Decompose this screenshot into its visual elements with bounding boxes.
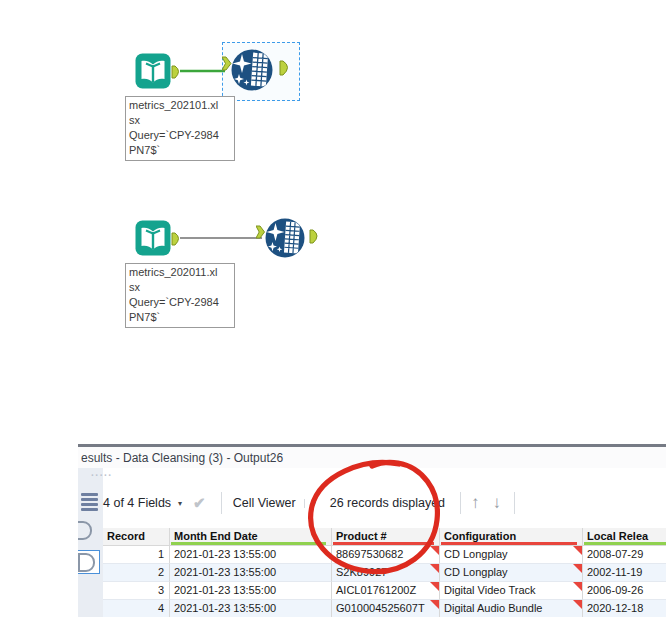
table-row[interactable]: 32021-01-23 13:55:00AICL01761200ZDigital… (103, 582, 666, 600)
output-anchor[interactable] (172, 233, 179, 245)
table-cell[interactable]: 88697530682 (332, 546, 440, 564)
anchor-icon (78, 553, 95, 572)
chevron-down-icon[interactable]: ▾ (304, 499, 316, 508)
data-quality-bar (441, 542, 577, 545)
results-table: RecordMonth End DateProduct #Configurati… (103, 528, 666, 617)
column-header-record[interactable]: Record (103, 528, 170, 546)
output-anchor[interactable] (172, 66, 179, 78)
down-arrow-icon[interactable]: ↓ (493, 493, 502, 513)
table-row[interactable]: 12021-01-23 13:55:0088697530682CD Longpl… (103, 546, 666, 564)
apply-check-icon[interactable]: ✔ (193, 494, 206, 512)
table-cell[interactable]: 2 (103, 564, 170, 582)
table-cell[interactable]: 2020-12-18 (583, 600, 666, 617)
table-cell[interactable]: S2K89927 (332, 564, 440, 582)
splitter-grip[interactable]: ····· (91, 470, 113, 481)
data-cleansing-icon (256, 218, 324, 259)
table-view-icon[interactable] (81, 493, 98, 513)
annotation-line: Query=`CPY-2984 (129, 128, 231, 143)
table-header-row: RecordMonth End DateProduct #Configurati… (103, 528, 666, 546)
tool-annotation-1[interactable]: metrics_202101.xlsxQuery=`CPY-2984PN7$` (125, 96, 235, 161)
toolbar-separator (514, 492, 515, 514)
quality-flag-icon (430, 582, 439, 591)
table-cell[interactable]: 2006-09-26 (583, 582, 666, 600)
table-cell[interactable]: 2021-01-23 13:55:00 (170, 600, 332, 617)
table-cell[interactable]: Digital Video Track (440, 582, 583, 600)
input-data-book-icon (135, 220, 183, 256)
output-anchor[interactable] (310, 230, 317, 243)
table-cell[interactable]: 2021-01-23 13:55:00 (170, 582, 332, 600)
cell-viewer-button[interactable]: Cell Viewer (233, 496, 296, 510)
annotation-line: sx (129, 280, 231, 295)
table-cell[interactable]: 2002-11-19 (583, 564, 666, 582)
data-quality-bar (584, 542, 666, 545)
table-cell[interactable]: 3 (103, 582, 170, 600)
table-cell[interactable]: G010004525607T (332, 600, 440, 617)
chevron-down-icon[interactable]: ▾ (178, 499, 182, 508)
results-left-strip (78, 468, 103, 617)
table-cell[interactable]: 1 (103, 546, 170, 564)
table-cell[interactable]: 2021-01-23 13:55:00 (170, 546, 332, 564)
quality-flag-icon (430, 564, 439, 573)
toolbar-separator (460, 492, 461, 514)
table-cell[interactable]: 4 (103, 600, 170, 617)
input-anchor[interactable] (222, 57, 231, 70)
column-header-configuration[interactable]: Configuration (440, 528, 583, 546)
input-data-tool-1[interactable] (135, 53, 183, 89)
results-toolbar: 4 of 4 Fields ▾ ✔ Cell Viewer ▾ 26 recor… (103, 488, 666, 518)
table-cell[interactable]: AICL01761200Z (332, 582, 440, 600)
column-header-month-end-date[interactable]: Month End Date (170, 528, 332, 546)
column-header-product-[interactable]: Product # (332, 528, 440, 546)
records-displayed-label: 26 records displayed (330, 496, 445, 510)
annotation-line: PN7$` (129, 310, 231, 325)
quality-flag-icon (573, 546, 582, 555)
anchor-button-selected[interactable] (78, 550, 100, 574)
toolbar-separator (221, 492, 222, 514)
tool-annotation-2[interactable]: metrics_202011.xlsxQuery=`CPY-2984PN7$` (125, 263, 235, 328)
quality-flag-icon (573, 582, 582, 591)
results-panel: esults - Data Cleansing (3) - Output26 ·… (78, 444, 666, 617)
anchor-icon (78, 521, 92, 540)
quality-flag-icon (573, 564, 582, 573)
data-cleansing-tool-2[interactable] (256, 218, 324, 259)
table-cell[interactable]: 2021-01-23 13:55:00 (170, 564, 332, 582)
data-quality-bar (171, 542, 326, 545)
table-cell[interactable]: Digital Audio Bundle (440, 600, 583, 617)
annotation-line: metrics_202011.xl (129, 265, 231, 280)
input-data-tool-2[interactable] (135, 220, 183, 256)
annotation-line: metrics_202101.xl (129, 98, 231, 113)
data-cleansing-tool-1[interactable] (222, 49, 294, 93)
input-data-book-icon (135, 53, 183, 89)
annotation-line: sx (129, 113, 231, 128)
table-cell[interactable]: 2008-07-29 (583, 546, 666, 564)
fields-dropdown[interactable]: 4 of 4 Fields (103, 496, 171, 510)
table-row[interactable]: 42021-01-23 13:55:00G010004525607TDigita… (103, 600, 666, 617)
annotation-line: Query=`CPY-2984 (129, 295, 231, 310)
annotation-line: PN7$` (129, 143, 231, 158)
quality-flag-icon (430, 600, 439, 609)
anchor-button-top[interactable] (78, 521, 92, 540)
input-anchor[interactable] (256, 226, 265, 238)
column-header-local-relea[interactable]: Local Relea (583, 528, 666, 546)
up-arrow-icon[interactable]: ↑ (471, 493, 480, 513)
data-cleansing-icon (222, 49, 294, 93)
table-row[interactable]: 22021-01-23 13:55:00S2K89927CD Longplay2… (103, 564, 666, 582)
output-anchor[interactable] (280, 61, 288, 75)
quality-flag-icon (430, 546, 439, 555)
data-quality-bar (333, 542, 434, 545)
table-cell[interactable]: CD Longplay (440, 564, 583, 582)
results-panel-title: esults - Data Cleansing (3) - Output26 (78, 447, 666, 468)
quality-flag-icon (573, 600, 582, 609)
table-cell[interactable]: CD Longplay (440, 546, 583, 564)
table-body: 12021-01-23 13:55:0088697530682CD Longpl… (103, 546, 666, 617)
